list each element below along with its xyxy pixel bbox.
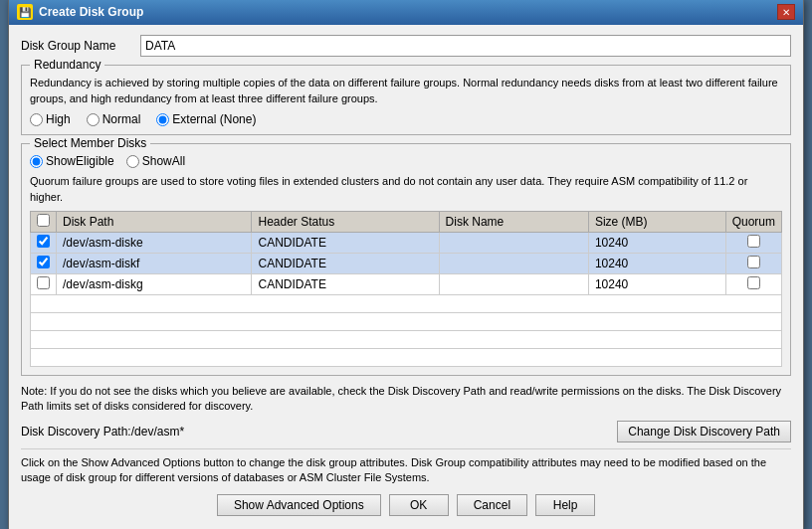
- disk-name-cell: [439, 274, 588, 295]
- bottom-note: Click on the Show Advanced Options butto…: [21, 448, 791, 486]
- redundancy-normal[interactable]: Normal: [87, 112, 141, 126]
- disk-path-cell: /dev/asm-diskg: [57, 274, 252, 295]
- header-status-cell: CANDIDATE: [252, 254, 439, 274]
- redundancy-external[interactable]: External (None): [156, 112, 256, 126]
- member-disks-group: Select Member Disks ShowEligible ShowAll…: [21, 143, 791, 376]
- show-advanced-options-button[interactable]: Show Advanced Options: [217, 494, 381, 516]
- row-checkbox-cell[interactable]: [31, 254, 57, 274]
- disk-group-name-label: Disk Group Name: [21, 39, 140, 53]
- size-cell: 10240: [588, 254, 725, 274]
- redundancy-group: Redundancy Redundancy is achieved by sto…: [21, 65, 791, 135]
- redundancy-radio-group: High Normal External (None): [30, 112, 782, 126]
- redundancy-high[interactable]: High: [30, 112, 71, 126]
- discovery-path-label: Disk Discovery Path:/dev/asm*: [21, 425, 184, 439]
- table-row-empty: [31, 349, 782, 367]
- header-status-header: Header Status: [252, 212, 439, 233]
- size-cell: 10240: [588, 233, 725, 254]
- row-checkbox-cell[interactable]: [31, 233, 57, 254]
- disk-name-cell: [439, 233, 588, 254]
- table-row-empty: [31, 295, 782, 313]
- disk-table: Disk Path Header Status Disk Name Size (…: [30, 211, 782, 367]
- disk-path-header: Disk Path: [57, 212, 252, 233]
- quorum-header: Quorum: [725, 212, 781, 233]
- table-row: /dev/asm-diskg CANDIDATE 10240: [31, 274, 782, 295]
- cancel-button[interactable]: Cancel: [457, 494, 527, 516]
- disk-group-name-input[interactable]: [140, 35, 791, 57]
- close-button[interactable]: ✕: [777, 4, 795, 20]
- redundancy-description: Redundancy is achieved by storing multip…: [30, 76, 782, 106]
- redundancy-title: Redundancy: [30, 58, 104, 72]
- table-row-empty: [31, 313, 782, 331]
- disk-path-cell: /dev/asm-diske: [57, 233, 252, 254]
- window-title: Create Disk Group: [39, 5, 143, 19]
- show-all-option[interactable]: ShowAll: [126, 154, 185, 168]
- note-section: Note: If you do not see the disks which …: [21, 384, 791, 415]
- show-options-group: ShowEligible ShowAll: [30, 154, 782, 168]
- disk-name-header: Disk Name: [439, 212, 588, 233]
- quorum-cell[interactable]: [725, 233, 781, 254]
- member-disks-title: Select Member Disks: [30, 136, 150, 150]
- header-status-cell: CANDIDATE: [252, 274, 439, 295]
- window-icon: 💾: [17, 4, 33, 20]
- table-row-empty: [31, 331, 782, 349]
- table-row: /dev/asm-diskf CANDIDATE 10240: [31, 254, 782, 274]
- create-disk-group-window: 💾 Create Disk Group ✕ Disk Group Name Re…: [8, 0, 804, 529]
- ok-button[interactable]: OK: [389, 494, 449, 516]
- change-discovery-path-button[interactable]: Change Disk Discovery Path: [617, 421, 791, 442]
- quorum-cell[interactable]: [725, 274, 781, 295]
- header-status-cell: CANDIDATE: [252, 233, 439, 254]
- discovery-row: Disk Discovery Path:/dev/asm* Change Dis…: [21, 421, 791, 442]
- show-eligible-option[interactable]: ShowEligible: [30, 154, 114, 168]
- help-button[interactable]: Help: [535, 494, 595, 516]
- table-row: /dev/asm-diske CANDIDATE 10240: [31, 233, 782, 254]
- bottom-note-text: Click on the Show Advanced Options butto…: [21, 456, 766, 483]
- disk-group-name-row: Disk Group Name: [21, 35, 791, 57]
- quorum-cell[interactable]: [725, 254, 781, 274]
- size-header: Size (MB): [588, 212, 725, 233]
- window-content: Disk Group Name Redundancy Redundancy is…: [9, 25, 803, 529]
- disk-name-cell: [439, 254, 588, 274]
- title-bar: 💾 Create Disk Group ✕: [9, 0, 803, 25]
- quorum-description: Quorum failure groups are used to store …: [30, 174, 782, 205]
- disk-path-cell: /dev/asm-diskf: [57, 254, 252, 274]
- note-text: Note: If you do not see the disks which …: [21, 385, 781, 412]
- size-cell: 10240: [588, 274, 725, 295]
- button-row: Show Advanced Options OK Cancel Help: [21, 494, 791, 520]
- row-checkbox-cell[interactable]: [31, 274, 57, 295]
- check-all-header[interactable]: [31, 212, 57, 233]
